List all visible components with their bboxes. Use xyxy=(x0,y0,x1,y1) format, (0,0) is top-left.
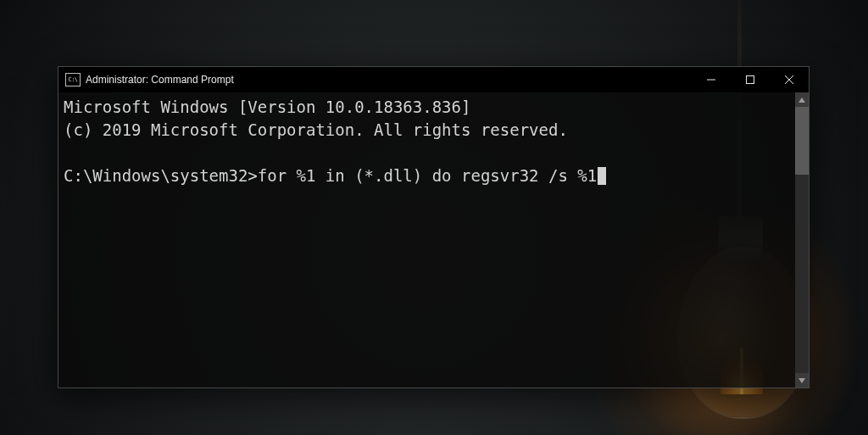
command-prompt-window: Administrator: Command Prompt Microsoft … xyxy=(58,66,810,388)
close-button[interactable] xyxy=(770,67,809,92)
scroll-up-button[interactable] xyxy=(795,92,809,107)
version-line: Microsoft Windows [Version 10.0.18363.83… xyxy=(64,98,470,116)
copyright-line: (c) 2019 Microsoft Corporation. All righ… xyxy=(64,120,568,139)
cmd-app-icon xyxy=(65,73,81,86)
scroll-thumb[interactable] xyxy=(795,107,809,175)
minimize-button[interactable] xyxy=(692,67,731,92)
terminal-output[interactable]: Microsoft Windows [Version 10.0.18363.83… xyxy=(58,92,795,388)
text-cursor xyxy=(598,167,606,185)
maximize-button[interactable] xyxy=(731,67,770,92)
scroll-down-button[interactable] xyxy=(795,373,809,388)
titlebar[interactable]: Administrator: Command Prompt xyxy=(58,67,809,92)
prompt-text: C:\Windows\system32> xyxy=(64,166,258,185)
command-text: for %1 in (*.dll) do regsvr32 /s %1 xyxy=(258,166,597,185)
svg-rect-0 xyxy=(747,76,754,84)
vertical-scrollbar[interactable] xyxy=(795,92,809,388)
window-title: Administrator: Command Prompt xyxy=(86,74,234,86)
